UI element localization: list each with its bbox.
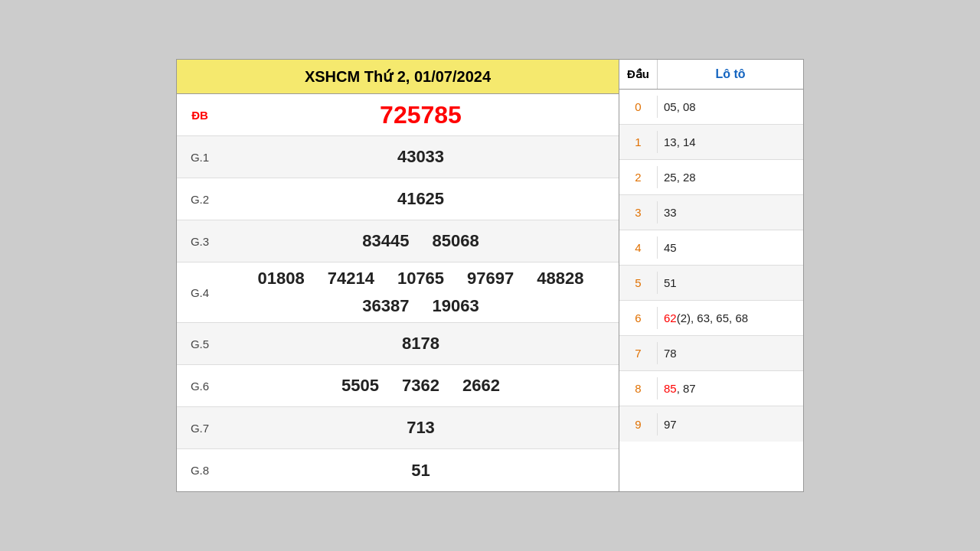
result-value: 36387 [362, 296, 409, 316]
row-label: G.8 [177, 458, 223, 483]
loto-row: 333 [619, 195, 803, 230]
loto-header-loto: Lô tô [658, 60, 803, 89]
loto-dau: 3 [619, 201, 658, 223]
loto-dau: 7 [619, 342, 658, 364]
loto-nums: 51 [658, 272, 803, 294]
loto-nums: 33 [658, 201, 803, 223]
loto-nums: 25, 28 [658, 166, 803, 188]
loto-dau: 9 [619, 413, 658, 435]
result-value: 8178 [402, 334, 439, 354]
row-label: ĐB [177, 103, 223, 128]
loto-dau: 5 [619, 272, 658, 294]
result-value: 713 [407, 418, 435, 438]
row-label: G.6 [177, 373, 223, 399]
loto-row: 005, 08 [619, 90, 803, 125]
row-values: 8344585068 [223, 225, 619, 257]
result-value: 2662 [462, 376, 500, 396]
result-row: G.58178 [177, 323, 619, 365]
result-row: G.38344585068 [177, 220, 619, 262]
row-values: 43033 [223, 141, 619, 173]
row-values: 41625 [223, 183, 619, 215]
result-row: G.851 [177, 449, 619, 491]
loto-header-dau: Đầu [619, 60, 658, 89]
loto-dau: 4 [619, 236, 658, 259]
result-row: G.241625 [177, 178, 619, 220]
result-row: G.143033 [177, 136, 619, 178]
result-value: 51 [411, 461, 430, 481]
result-row: G.401808742141076597697488283638719063 [177, 262, 619, 323]
result-row: G.7713 [177, 407, 619, 449]
results-body: ĐB725785G.143033G.241625G.38344585068G.4… [177, 94, 619, 491]
loto-row: 778 [619, 336, 803, 371]
row-values: 01808742141076597697488283638719063 [223, 262, 619, 322]
result-value: 83445 [362, 231, 409, 251]
loto-dau: 6 [619, 307, 658, 329]
row-values: 550573622662 [223, 370, 619, 402]
result-value: 43033 [397, 147, 444, 167]
table-header: XSHCM Thứ 2, 01/07/2024 [177, 60, 619, 94]
loto-nums: 45 [658, 236, 803, 259]
loto-nums: 78 [658, 342, 803, 364]
loto-row: 113, 14 [619, 125, 803, 160]
row-label: G.2 [177, 187, 223, 212]
loto-row: 662(2), 63, 65, 68 [619, 301, 803, 336]
row-label: G.7 [177, 416, 223, 441]
row-label: G.3 [177, 229, 223, 254]
main-container: XSHCM Thứ 2, 01/07/2024 ĐB725785G.143033… [176, 59, 804, 492]
loto-row: 997 [619, 406, 803, 442]
loto-nums: 05, 08 [658, 96, 803, 118]
result-value: 97697 [467, 269, 514, 289]
result-value: 41625 [397, 189, 444, 209]
row-label: G.4 [177, 280, 223, 305]
result-value: 01808 [258, 269, 305, 289]
row-values: 8178 [223, 328, 619, 360]
result-value: 7362 [402, 376, 439, 396]
row-values: 713 [223, 412, 619, 444]
loto-table: Đầu Lô tô 005, 08113, 14225, 28333445551… [619, 60, 803, 491]
loto-nums: 62(2), 63, 65, 68 [658, 307, 803, 329]
result-row: G.6550573622662 [177, 365, 619, 407]
loto-dau: 0 [619, 96, 658, 118]
loto-header-row: Đầu Lô tô [619, 60, 803, 90]
loto-row: 551 [619, 266, 803, 301]
result-value: 725785 [380, 101, 462, 129]
loto-nums: 85, 87 [658, 377, 803, 399]
result-value: 19063 [433, 296, 479, 316]
row-values: 51 [223, 455, 619, 487]
loto-row: 445 [619, 230, 803, 266]
loto-dau: 8 [619, 377, 658, 399]
loto-nums: 97 [658, 413, 803, 435]
table-title: XSHCM Thứ 2, 01/07/2024 [305, 68, 491, 85]
results-table: XSHCM Thứ 2, 01/07/2024 ĐB725785G.143033… [177, 60, 619, 491]
loto-nums: 13, 14 [658, 131, 803, 153]
row-label: G.5 [177, 331, 223, 357]
result-value: 48828 [537, 269, 583, 289]
loto-dau: 1 [619, 131, 658, 153]
result-value: 5505 [341, 376, 379, 396]
result-value: 85068 [433, 231, 479, 251]
row-label: G.1 [177, 145, 223, 170]
result-row: ĐB725785 [177, 94, 619, 136]
result-value: 10765 [397, 269, 444, 289]
row-values: 725785 [223, 95, 619, 135]
result-value: 74214 [328, 269, 374, 289]
loto-body: 005, 08113, 14225, 28333445551662(2), 63… [619, 90, 803, 442]
loto-row: 885, 87 [619, 371, 803, 406]
loto-dau: 2 [619, 166, 658, 188]
loto-row: 225, 28 [619, 160, 803, 195]
